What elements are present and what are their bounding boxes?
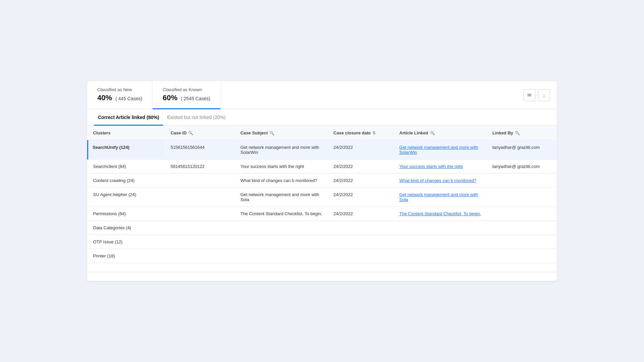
table-header-row: Clusters Case ID 🔍 Case Subject — [88, 126, 557, 140]
article-link[interactable]: Get network management and more with Sol… — [399, 192, 478, 202]
case-id-cell — [165, 249, 235, 263]
table-row: Searchclient (84)56145615120122Your succ… — [88, 160, 557, 174]
stats-actions: ✉ ↓ — [523, 81, 557, 109]
col-case-id: Case ID 🔍 — [165, 126, 235, 140]
article-link[interactable]: The Content Standard Checklist, To begin… — [399, 211, 481, 216]
table-row: SearchUnify (124)51561561561644Get netwo… — [88, 140, 557, 160]
col-case-subject: Case Subject 🔍 — [235, 126, 328, 140]
table-row: Content crawling (24)What kind of change… — [88, 174, 557, 188]
tab-correct-article[interactable]: Correct Article linked (80%) — [94, 109, 163, 126]
table-row: Printer (18) — [88, 249, 557, 263]
closure-date-sort-icon[interactable]: ⇅ — [372, 131, 376, 135]
cluster-cell[interactable] — [88, 263, 165, 272]
table-row: Permissions (84)The Content Standard Che… — [88, 207, 557, 221]
main-card: Classified as New 40% ( 445 Cases) Class… — [87, 81, 557, 281]
table-row: OTP Issue (12) — [88, 235, 557, 249]
case-subject-cell — [235, 272, 328, 281]
case-subject-cell — [235, 235, 328, 249]
linked-by-cell — [487, 235, 557, 249]
article-linked-cell[interactable]: Get network management and more with Sol… — [394, 140, 487, 160]
case-id-cell — [165, 174, 235, 188]
stat-known-percent: 60% — [163, 94, 177, 102]
closure-date-cell — [328, 272, 394, 281]
article-linked-cell — [394, 221, 487, 235]
main-table: Clusters Case ID 🔍 Case Subject — [87, 126, 557, 281]
case-id-cell — [165, 272, 235, 281]
table-row — [88, 272, 557, 281]
case-subject-search-icon[interactable]: 🔍 — [269, 131, 274, 135]
cluster-cell[interactable]: Printer (18) — [88, 249, 165, 263]
cluster-cell[interactable]: Data Categories (4) — [88, 221, 165, 235]
article-linked-cell[interactable]: Your success starts with the right — [394, 160, 487, 174]
article-linked-cell — [394, 272, 487, 281]
case-id-cell — [165, 188, 235, 207]
cluster-cell[interactable]: Permissions (84) — [88, 207, 165, 221]
cluster-cell[interactable]: OTP Issue (12) — [88, 235, 165, 249]
stat-new-cases: ( 445 Cases) — [115, 96, 142, 101]
article-linked-cell[interactable]: Get network management and more with Sol… — [394, 188, 487, 207]
cluster-cell[interactable]: Content crawling (24) — [88, 174, 165, 188]
closure-date-cell: 24/2/2022 — [328, 207, 394, 221]
table-row: Data Categories (4) — [88, 221, 557, 235]
case-subject-cell: Get network management and more with Sol… — [235, 140, 328, 160]
col-closure-date: Case closure date ⇅ — [328, 126, 394, 140]
closure-date-cell: 24/2/2022 — [328, 188, 394, 207]
article-link[interactable]: What kind of changes can b monitored? — [399, 178, 476, 183]
table-row: SU Agent helpher (24)Get network managem… — [88, 188, 557, 207]
tabs-bar: Correct Article linked (80%) Existed but… — [87, 109, 557, 126]
download-icon: ↓ — [543, 92, 545, 98]
article-linked-search-icon[interactable]: 🔍 — [430, 131, 435, 135]
article-linked-cell — [394, 249, 487, 263]
stat-known-value: 60% ( 2545 Cases) — [163, 94, 210, 102]
stat-known-cases: ( 2545 Cases) — [181, 96, 210, 101]
case-id-cell — [165, 263, 235, 272]
col-linked-by: Linked By 🔍 — [487, 126, 557, 140]
col-clusters: Clusters — [88, 126, 165, 140]
article-link[interactable]: Get network management and more with Sol… — [399, 145, 478, 155]
article-linked-cell[interactable]: What kind of changes can b monitored? — [394, 174, 487, 188]
closure-date-cell: 24/2/2022 — [328, 174, 394, 188]
linked-by-cell — [487, 188, 557, 207]
closure-date-cell: 24/2/2022 — [328, 160, 394, 174]
case-id-cell — [165, 207, 235, 221]
tab-existed-not-linked[interactable]: Existed but not linked (20%) — [163, 109, 229, 126]
cluster-cell[interactable] — [88, 272, 165, 281]
case-subject-cell — [235, 249, 328, 263]
article-linked-cell[interactable]: The Content Standard Checklist, To begin… — [394, 207, 487, 221]
closure-date-cell: 24/2/2022 — [328, 140, 394, 160]
linked-by-cell — [487, 174, 557, 188]
stat-new: Classified as New 40% ( 445 Cases) — [87, 81, 153, 109]
stats-bar: Classified as New 40% ( 445 Cases) Class… — [87, 81, 557, 109]
stat-new-value: 40% ( 445 Cases) — [97, 94, 142, 102]
linked-by-cell — [487, 207, 557, 221]
stat-new-label: Classified as New — [97, 87, 142, 92]
case-id-search-icon[interactable]: 🔍 — [188, 131, 193, 135]
case-id-cell — [165, 235, 235, 249]
linked-by-cell: tanyadhar@ grazitti.com — [487, 140, 557, 160]
table-wrapper: Clusters Case ID 🔍 Case Subject — [87, 126, 557, 281]
email-icon: ✉ — [527, 92, 532, 98]
cluster-cell[interactable]: SearchUnify (124) — [88, 140, 165, 160]
article-link[interactable]: Your success starts with the right — [399, 164, 463, 169]
case-subject-cell: Your success starts with the right — [235, 160, 328, 174]
email-button[interactable]: ✉ — [523, 89, 535, 101]
closure-date-cell — [328, 249, 394, 263]
case-subject-cell: The Content Standard Checklist, To begin… — [235, 207, 328, 221]
case-id-cell: 51561561561644 — [165, 140, 235, 160]
closure-date-cell — [328, 263, 394, 272]
linked-by-cell: tanyadhar@ grazitti.com — [487, 160, 557, 174]
download-button[interactable]: ↓ — [538, 89, 550, 101]
article-linked-cell — [394, 235, 487, 249]
col-article-linked: Article Linked 🔍 — [394, 126, 487, 140]
linked-by-search-icon[interactable]: 🔍 — [515, 131, 520, 135]
cluster-cell[interactable]: Searchclient (84) — [88, 160, 165, 174]
article-linked-cell — [394, 263, 487, 272]
stat-new-percent: 40% — [97, 94, 112, 102]
case-subject-cell: What kind of changes can b monitored? — [235, 174, 328, 188]
closure-date-cell — [328, 221, 394, 235]
case-subject-cell — [235, 263, 328, 272]
linked-by-cell — [487, 263, 557, 272]
linked-by-cell — [487, 272, 557, 281]
stat-known-label: Classified as Known — [163, 87, 210, 92]
cluster-cell[interactable]: SU Agent helpher (24) — [88, 188, 165, 207]
